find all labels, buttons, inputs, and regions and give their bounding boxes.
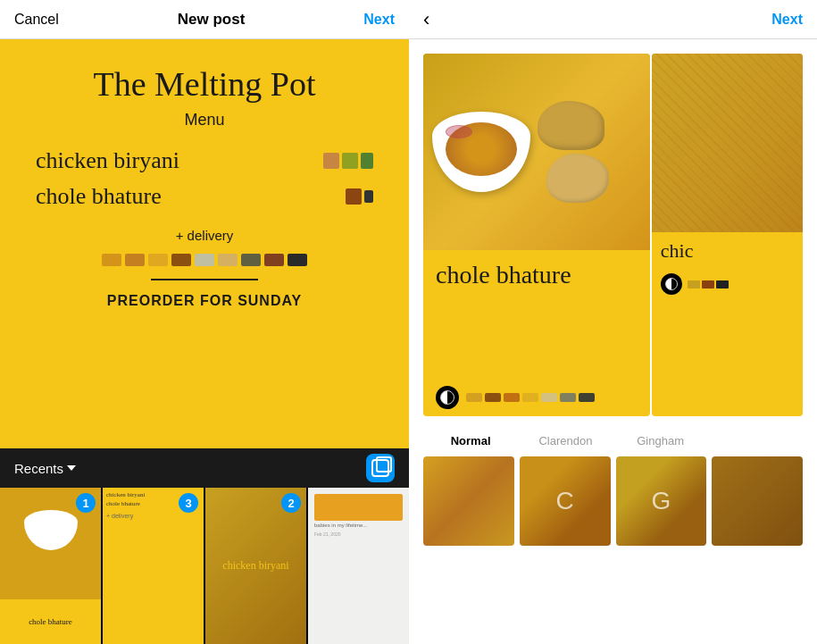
food-visual (423, 54, 650, 250)
post-swatches (466, 393, 595, 402)
thumb-text: + delivery (106, 513, 133, 519)
bread-1 (538, 101, 604, 150)
color-swatch (702, 280, 714, 289)
filter-preview-4 (712, 456, 803, 546)
bowl-icon (24, 510, 78, 550)
post-caption-area: chole bhature (423, 250, 650, 379)
divider (151, 279, 258, 280)
half-circle-icon-2 (665, 278, 678, 290)
filter-thumb-4[interactable] (712, 456, 803, 546)
second-post-card[interactable]: chic (652, 54, 803, 416)
thumbnail-item[interactable]: chole bhature chole bhature 1 (0, 488, 101, 644)
swatch (148, 254, 168, 266)
swatch (264, 254, 284, 266)
bread-2 (546, 154, 609, 203)
thumb-row (314, 494, 403, 521)
thumb-text: chicken biryani (106, 491, 145, 500)
thumbnail-item[interactable]: babies in my lifetime... Feb 21, 2020 (308, 488, 409, 644)
post-food-image (423, 54, 650, 250)
bread-stack (538, 101, 609, 203)
post-cards-area: chole bhature (409, 39, 817, 423)
multi-select-button[interactable] (366, 454, 395, 482)
thumbnail-item[interactable]: chicken biryani chole bhature + delivery… (103, 488, 204, 644)
filter-label-empty (708, 434, 803, 447)
onion-ring (446, 125, 472, 138)
color-swatch (485, 393, 501, 402)
thumb-text: Feb 21, 2020 (314, 531, 403, 537)
second-swatches (688, 280, 729, 289)
price-block (346, 188, 362, 205)
cancel-button[interactable]: Cancel (14, 12, 59, 28)
adjust-icon-2[interactable] (661, 273, 682, 295)
filter-thumb-clarendon[interactable]: C (520, 456, 611, 546)
left-next-button[interactable]: Next (363, 12, 395, 28)
main-post-card[interactable]: chole bhature (423, 54, 650, 416)
rice-overlay (652, 54, 803, 232)
thumb-content: babies in my lifetime... Feb 21, 2020 (308, 488, 409, 644)
delivery-label: + delivery (176, 228, 234, 243)
menu-item-row: chicken biryani (36, 147, 373, 174)
post-caption: chole bhature (436, 261, 638, 289)
filter-label-normal[interactable]: Normal (423, 434, 518, 447)
page-title: New post (178, 11, 246, 29)
second-post-caption: chic (652, 232, 803, 270)
bowl-shape (432, 112, 530, 192)
filter-thumb-gingham[interactable]: G (616, 456, 707, 546)
media-picker-bar: Recents (0, 448, 409, 488)
swatch (241, 254, 261, 266)
selection-badge: 2 (281, 493, 301, 513)
multi-select-icon (371, 459, 389, 477)
color-swatch (688, 280, 700, 289)
gingham-letter: G (651, 487, 671, 515)
swatch (125, 254, 145, 266)
half-circle-icon (440, 390, 454, 405)
color-swatch (579, 393, 595, 402)
back-button[interactable]: ‹ (423, 8, 429, 31)
swatch (195, 254, 214, 266)
swatch (171, 254, 191, 266)
preorder-label: PREORDER FOR SUNDAY (107, 293, 302, 309)
thumb-overlay: chole bhature (0, 599, 101, 644)
chevron-down-icon (67, 465, 76, 471)
price-indicator (346, 188, 373, 205)
thumb-visual: babies in my lifetime... Feb 21, 2020 (311, 490, 406, 641)
color-swatch (466, 393, 482, 402)
left-header: Cancel New post Next (0, 0, 409, 39)
right-panel: ‹ Next (409, 0, 817, 644)
price-block (364, 190, 373, 203)
filter-label-gingham[interactable]: Gingham (613, 434, 708, 447)
color-swatch (522, 393, 538, 402)
thumb-text: chole bhature (29, 617, 72, 626)
filters-section: Normal Clarendon Gingham C G (409, 423, 817, 644)
swatch (288, 254, 307, 266)
price-block (342, 153, 358, 169)
price-block (323, 153, 339, 169)
menu-item-chicken-biryani: chicken biryani (36, 147, 179, 174)
filter-label-clarendon[interactable]: Clarendon (518, 434, 613, 447)
menu-items-list: chicken biryani chole bhature (18, 147, 391, 219)
menu-label: Menu (184, 111, 224, 130)
filter-labels-row: Normal Clarendon Gingham (423, 434, 803, 447)
filter-thumbs-row: C G (423, 456, 803, 546)
left-panel: Cancel New post Next The Melting Pot Men… (0, 0, 409, 644)
swatch (218, 254, 238, 266)
thumbnail-item[interactable]: chicken biryani 2 (205, 488, 306, 644)
recents-dropdown[interactable]: Recents (14, 461, 76, 476)
recents-label: Recents (14, 461, 63, 476)
thumb-text: chicken biryani (222, 559, 288, 573)
color-swatch (716, 280, 729, 289)
color-swatch (504, 393, 520, 402)
thumbnails-row: chole bhature chole bhature 1 chicken bi… (0, 488, 409, 644)
price-indicator (323, 153, 373, 169)
thumb-text: chole bhature (106, 500, 140, 509)
right-header: ‹ Next (409, 0, 817, 39)
selection-badge: 1 (76, 493, 96, 513)
thumb-text: babies in my lifetime... (314, 523, 403, 530)
post-controls (423, 379, 650, 416)
menu-item-chole-bhature: chole bhature (36, 183, 162, 210)
filter-thumb-normal[interactable] (423, 456, 514, 546)
swatch (102, 254, 121, 266)
right-next-button[interactable]: Next (771, 12, 803, 28)
color-swatch (560, 393, 576, 402)
adjust-icon[interactable] (436, 386, 459, 409)
